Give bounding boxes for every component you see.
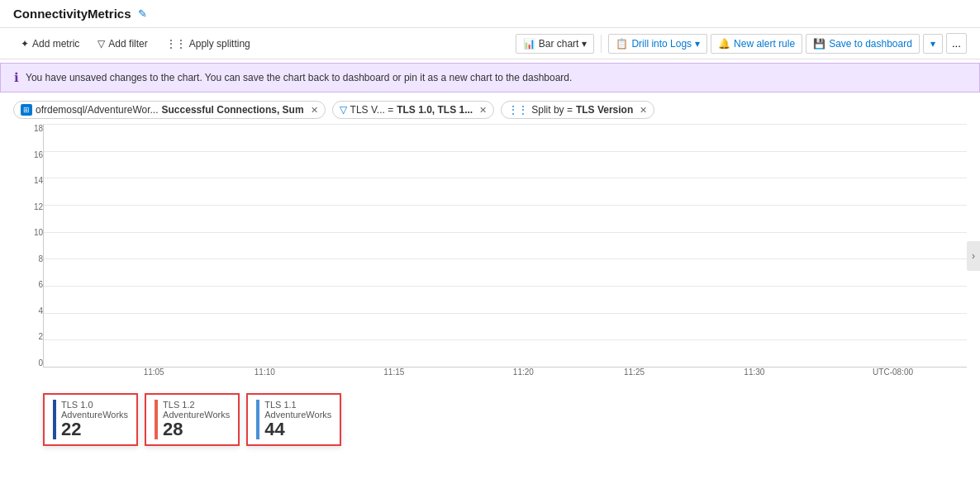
split-icon-2: ⋮⋮ xyxy=(508,104,528,116)
x-label-1105: 11:05 xyxy=(144,368,164,377)
x-label-1125: 11:25 xyxy=(624,368,645,377)
split-filter-close[interactable]: ✕ xyxy=(640,105,647,116)
add-metric-icon: ✦ xyxy=(21,38,29,50)
page-title: ConnectivityMetrics xyxy=(13,7,131,21)
metric-tag-icon: ⊞ xyxy=(21,104,32,116)
grid-line-14 xyxy=(44,178,967,178)
grid-line-8 xyxy=(44,258,967,259)
edit-icon[interactable]: ✎ xyxy=(138,7,147,20)
chevron-down-icon: ▾ xyxy=(582,38,587,50)
tooltip-label-tls12: TLS 1.2 xyxy=(163,400,230,410)
filter-bar: ⊞ ofrdemosql/AdventureWor... Successful … xyxy=(0,96,980,124)
chart-area: 0 2 4 6 8 10 12 14 16 18 xyxy=(13,124,967,388)
tls-filter-icon: ▽ xyxy=(340,104,347,116)
drill-into-logs-button[interactable]: 📋 Drill into Logs ▾ xyxy=(608,34,707,54)
tooltip-card-tls10: TLS 1.0 AdventureWorks 22 xyxy=(43,393,138,446)
expand-arrow[interactable]: › xyxy=(967,241,980,271)
grid-line-4 xyxy=(44,313,967,314)
x-label-1115: 11:15 xyxy=(383,368,404,377)
toolbar-left: ✦ Add metric ▽ Add filter ⋮⋮ Apply split… xyxy=(13,34,512,54)
x-label-1110: 11:10 xyxy=(255,368,275,377)
divider xyxy=(601,35,602,53)
info-icon: ℹ xyxy=(14,70,19,85)
metric-tag-close[interactable]: ✕ xyxy=(311,105,318,116)
split-icon: ⋮⋮ xyxy=(166,38,186,50)
tooltip-card-tls11: TLS 1.1 AdventureWorks 44 xyxy=(246,393,341,446)
x-axis: 11:05 11:10 11:15 11:20 11:25 11:30 UTC-… xyxy=(43,368,967,388)
new-alert-rule-button[interactable]: 🔔 New alert rule xyxy=(711,34,802,54)
filter-icon: ▽ xyxy=(98,38,105,50)
chart-type-button[interactable]: 📊 Bar chart ▾ xyxy=(516,34,595,54)
tooltip-value-tls12: 28 xyxy=(163,420,230,439)
tls-filter-close[interactable]: ✕ xyxy=(479,105,487,116)
y-axis: 0 2 4 6 8 10 12 14 16 18 xyxy=(13,124,43,368)
add-filter-button[interactable]: ▽ Add filter xyxy=(90,34,155,54)
grid-line-18 xyxy=(44,124,967,125)
metric-filter-tag[interactable]: ⊞ ofrdemosql/AdventureWor... Successful … xyxy=(13,101,326,119)
save-dropdown-button[interactable]: ▾ xyxy=(923,34,943,54)
title-bar: ConnectivityMetrics ✎ xyxy=(0,0,980,28)
chevron-down-icon-2: ▾ xyxy=(695,38,700,50)
x-label-1130: 11:30 xyxy=(744,368,764,377)
toolbar: ✦ Add metric ▽ Add filter ⋮⋮ Apply split… xyxy=(0,28,980,59)
save-to-dashboard-button[interactable]: 💾 Save to dashboard xyxy=(806,34,920,54)
toolbar-right: 📊 Bar chart ▾ 📋 Drill into Logs ▾ 🔔 New … xyxy=(516,33,967,54)
apply-splitting-button[interactable]: ⋮⋮ Apply splitting xyxy=(159,34,258,54)
grid-line-2 xyxy=(44,339,967,340)
tooltip-color-bar-tls11 xyxy=(256,400,259,439)
tooltip-card-tls12: TLS 1.2 AdventureWorks 28 xyxy=(145,393,240,446)
grid-line-10 xyxy=(44,232,967,233)
more-options-button[interactable]: ... xyxy=(946,33,967,54)
chart-plot xyxy=(43,124,967,368)
tooltip-label-tls11: TLS 1.1 xyxy=(264,400,331,410)
split-filter-tag[interactable]: ⋮⋮ Split by = TLS Version ✕ xyxy=(501,101,654,119)
x-label-1120: 11:20 xyxy=(513,368,534,377)
add-metric-button[interactable]: ✦ Add metric xyxy=(13,34,87,54)
tooltip-value-tls10: 22 xyxy=(61,420,128,439)
tooltip-value-tls11: 44 xyxy=(264,420,331,439)
tooltip-color-bar-tls10 xyxy=(53,400,56,439)
logs-icon: 📋 xyxy=(616,38,628,50)
tooltip-color-bar-tls12 xyxy=(155,400,158,439)
grid-line-6 xyxy=(44,286,967,287)
save-icon: 💾 xyxy=(813,38,825,50)
x-label-utc: UTC-08:00 xyxy=(873,368,913,377)
alert-icon: 🔔 xyxy=(718,38,730,50)
tooltip-area: TLS 1.0 AdventureWorks 22 TLS 1.2 Advent… xyxy=(43,393,967,446)
tls-filter-tag[interactable]: ▽ TLS V... = TLS 1.0, TLS 1... ✕ xyxy=(332,101,495,119)
tooltip-label-tls10: TLS 1.0 xyxy=(61,400,128,410)
bar-chart-icon: 📊 xyxy=(523,38,535,50)
info-banner: ℹ You have unsaved changes to the chart.… xyxy=(0,63,980,92)
grid-line-12 xyxy=(44,205,967,206)
grid-line-16 xyxy=(44,151,967,152)
